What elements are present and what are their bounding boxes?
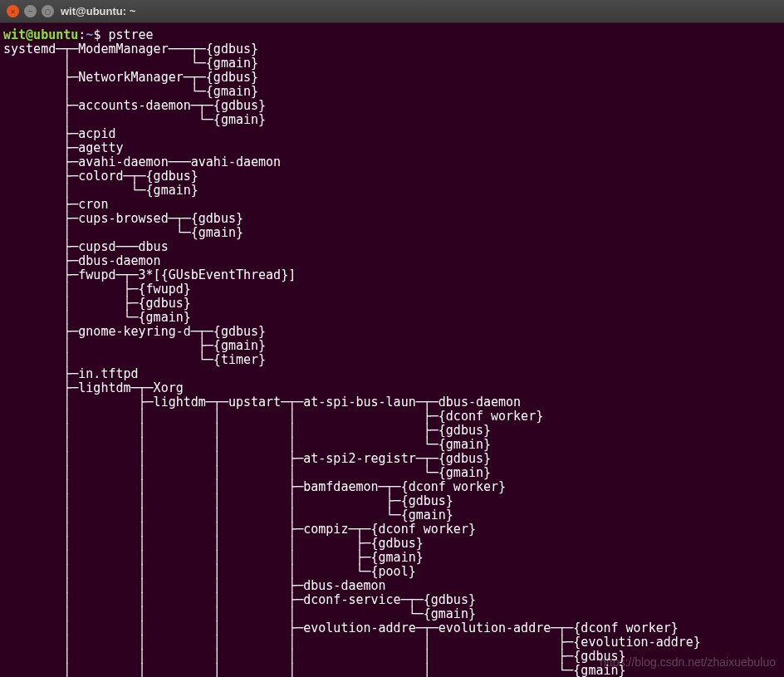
- minimize-icon[interactable]: −: [24, 5, 37, 17]
- close-icon[interactable]: ✕: [7, 5, 19, 17]
- command-text: pstree: [108, 27, 153, 42]
- titlebar: ✕ − ▢ wit@ubuntu: ~: [0, 0, 784, 23]
- watermark: https://blog.csdn.net/zhaixuebuluo: [600, 655, 776, 669]
- pstree-output: systemd─┬─ModemManager───┬─{gdbus} │ └─{…: [3, 42, 701, 677]
- window-controls: ✕ − ▢: [7, 5, 54, 17]
- terminal[interactable]: wit@ubuntu:~$ pstree systemd─┬─ModemMana…: [0, 23, 784, 677]
- window-title: wit@ubuntu: ~: [61, 5, 135, 17]
- prompt-colon: :: [78, 27, 86, 42]
- maximize-icon[interactable]: ▢: [42, 5, 54, 17]
- prompt-dollar: $: [93, 27, 108, 42]
- prompt-user-host: wit@ubuntu: [3, 27, 78, 42]
